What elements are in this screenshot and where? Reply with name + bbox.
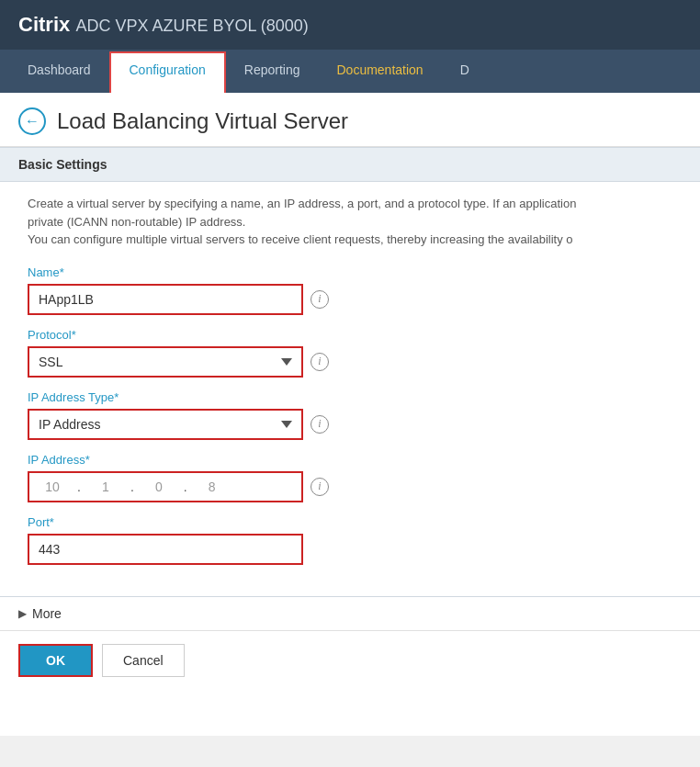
back-button[interactable]: ←	[18, 107, 46, 135]
nav-tabs: Dashboard Configuration Reporting Docume…	[0, 50, 700, 93]
ip-type-info-icon[interactable]: i	[310, 415, 329, 434]
protocol-field-group: Protocol* SSL HTTP HTTPS TCP UDP i	[28, 328, 672, 378]
ip-dot-1: .	[75, 479, 83, 494]
ip-type-label: IP Address Type*	[28, 390, 672, 404]
desc-line1: Create a virtual server by specifying a …	[28, 195, 672, 213]
page-title-bar: ← Load Balancing Virtual Server	[0, 93, 700, 147]
more-section[interactable]: ▶ More	[0, 596, 700, 630]
footer-buttons: OK Cancel	[0, 630, 700, 690]
page-content: ← Load Balancing Virtual Server Basic Se…	[0, 93, 700, 736]
app-header: Citrix ADC VPX AZURE BYOL (8000)	[0, 0, 700, 50]
page-title: Load Balancing Virtual Server	[57, 108, 348, 134]
cancel-button[interactable]: Cancel	[102, 644, 185, 677]
section-header-basic: Basic Settings	[0, 147, 700, 182]
section-title: Basic Settings	[18, 157, 107, 172]
ip-octet-3[interactable]	[136, 473, 182, 501]
desc-line3: You can configure multiple virtual serve…	[28, 231, 672, 249]
protocol-info-icon[interactable]: i	[310, 353, 329, 371]
port-field-group: Port*	[28, 515, 672, 565]
desc-line2: private (ICANN non-routable) IP address.	[28, 213, 672, 231]
name-input[interactable]	[28, 284, 303, 315]
ip-octet-1[interactable]	[29, 473, 75, 501]
port-label: Port*	[28, 515, 672, 529]
name-label: Name*	[28, 265, 672, 279]
protocol-label: Protocol*	[28, 328, 672, 342]
ip-octet-4[interactable]	[189, 473, 235, 501]
ip-address-info-icon[interactable]: i	[310, 478, 329, 496]
section-body: Create a virtual server by specifying a …	[0, 182, 700, 596]
tab-documentation[interactable]: Documentation	[318, 50, 441, 93]
tab-configuration[interactable]: Configuration	[109, 51, 226, 93]
ip-input-group: . . .	[28, 471, 303, 502]
tab-dashboard[interactable]: Dashboard	[9, 50, 109, 93]
ok-button[interactable]: OK	[18, 644, 93, 677]
protocol-input-row: SSL HTTP HTTPS TCP UDP i	[28, 346, 672, 378]
brand-subtitle: ADC VPX AZURE BYOL (8000)	[75, 17, 308, 35]
description-text: Create a virtual server by specifying a …	[28, 195, 672, 249]
brand-name: Citrix ADC VPX AZURE BYOL (8000)	[18, 13, 309, 37]
ip-type-input-row: IP Address Non Addressable Wildcard i	[28, 409, 672, 440]
name-field-group: Name* i	[28, 265, 672, 315]
protocol-select[interactable]: SSL HTTP HTTPS TCP UDP	[28, 346, 303, 378]
port-input[interactable]	[28, 534, 303, 565]
ip-address-label: IP Address*	[28, 453, 672, 467]
ip-dot-2: .	[129, 479, 136, 494]
brand-citrix: Citrix	[18, 13, 70, 36]
ip-octet-2[interactable]	[83, 473, 129, 501]
port-input-row	[28, 534, 672, 565]
ip-address-input-row: . . . i	[28, 471, 672, 502]
ip-type-field-group: IP Address Type* IP Address Non Addressa…	[28, 390, 672, 440]
tab-d[interactable]: D	[442, 50, 488, 93]
name-input-row: i	[28, 284, 672, 315]
tab-reporting[interactable]: Reporting	[226, 50, 319, 93]
ip-address-field-group: IP Address* . . . i	[28, 453, 672, 502]
form-area: Basic Settings Create a virtual server b…	[0, 147, 700, 708]
name-info-icon[interactable]: i	[310, 290, 329, 309]
ip-type-select[interactable]: IP Address Non Addressable Wildcard	[28, 409, 303, 440]
more-label: More	[32, 606, 62, 621]
ip-dot-3: .	[182, 479, 189, 494]
more-arrow-icon: ▶	[18, 607, 27, 620]
